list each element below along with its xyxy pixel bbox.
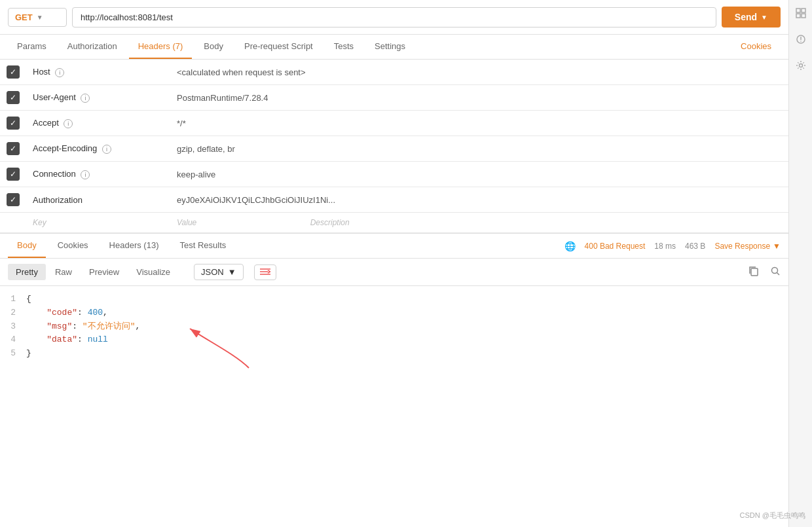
desc-placeholder: Description — [310, 218, 350, 227]
url-bar: GET ▼ Send ▼ — [0, 0, 788, 35]
line-number-3: 3 — [0, 320, 26, 334]
table-row: ✓ Host i <calculated when request is sen… — [0, 60, 788, 85]
time-badge: 18 ms — [654, 242, 676, 251]
tool-icon-circle[interactable] — [793, 31, 809, 47]
format-bar: Pretty Raw Preview Visualize JSON ▼ — [0, 259, 788, 286]
svg-rect-7 — [796, 9, 800, 12]
info-icon-1: i — [81, 94, 90, 103]
code-content-3: "msg": "不允许访问", — [26, 320, 788, 334]
info-icon-0: i — [55, 68, 64, 77]
send-label: Send — [735, 12, 757, 22]
header-checkbox-4[interactable]: ✓ — [7, 168, 20, 181]
search-button[interactable] — [770, 266, 781, 279]
save-response-chevron-icon: ▼ — [773, 242, 781, 251]
view-tabs: Pretty Raw Preview Visualize — [8, 264, 178, 280]
tab-params[interactable]: Params — [8, 35, 56, 59]
header-value-0: <calculated when request is sent> — [170, 60, 788, 85]
info-icon-4: i — [81, 170, 90, 179]
header-checkbox-2[interactable]: ✓ — [7, 117, 20, 130]
header-key-4: Connection i — [26, 162, 170, 187]
header-value-4: keep-alive — [170, 162, 788, 187]
format-select[interactable]: JSON ▼ — [194, 264, 244, 280]
line-number-4: 4 — [0, 333, 26, 347]
header-checkbox-0[interactable]: ✓ — [7, 65, 20, 79]
code-line-1: 1 { — [0, 293, 788, 306]
response-meta: 🌐 400 Bad Request 18 ms 463 B Save Respo… — [564, 241, 781, 251]
tab-body[interactable]: Body — [194, 35, 232, 59]
method-select[interactable]: GET ▼ — [8, 8, 67, 27]
tab-headers[interactable]: Headers (7) — [129, 35, 193, 59]
code-line-4: 4 "data": null — [0, 333, 788, 347]
key-placeholder: Key — [33, 218, 46, 227]
tab-cookies-link[interactable]: Cookies — [731, 35, 781, 59]
line-number-5: 5 — [0, 347, 26, 361]
header-value-5: eyJ0eXAiOiJKV1QiLCJhbGciOiJIUzI1Ni... — [170, 187, 788, 213]
headers-section: ✓ Host i <calculated when request is sen… — [0, 60, 788, 233]
svg-rect-9 — [796, 14, 800, 18]
request-tabs-bar: Params Authorization Headers (7) Body Pr… — [0, 35, 788, 60]
info-icon-2: i — [64, 119, 73, 128]
wrap-lines-button[interactable] — [254, 264, 276, 280]
response-tab-cookies[interactable]: Cookies — [48, 234, 98, 258]
url-input[interactable] — [72, 7, 716, 27]
header-key-3: Accept-Encoding i — [26, 136, 170, 162]
svg-point-13 — [800, 41, 802, 42]
code-line-5: 5 } — [0, 347, 788, 361]
response-tab-headers[interactable]: Headers (13) — [100, 234, 168, 258]
tab-settings[interactable]: Settings — [365, 35, 415, 59]
code-content-5: } — [26, 347, 788, 361]
send-button[interactable]: Send ▼ — [722, 7, 781, 27]
table-row: ✓ User-Agent i PostmanRuntime/7.28.4 — [0, 85, 788, 111]
response-tabs-bar: Body Cookies Headers (13) Test Results 🌐… — [0, 233, 788, 259]
status-badge: 400 Bad Request — [585, 242, 646, 251]
tab-pre-request-script[interactable]: Pre-request Script — [235, 35, 322, 59]
code-area: 1 { 2 "code": 400, 3 "msg": "不允许访问", 4 "… — [0, 286, 788, 527]
view-tab-raw[interactable]: Raw — [47, 264, 80, 280]
format-value: JSON — [201, 267, 224, 277]
code-content-2: "code": 400, — [26, 306, 788, 320]
code-content-4: "data": null — [26, 333, 788, 347]
svg-rect-8 — [802, 9, 805, 12]
svg-rect-10 — [802, 14, 805, 18]
tool-icon-grid[interactable] — [793, 5, 809, 21]
globe-icon: 🌐 — [564, 241, 576, 251]
view-tab-preview[interactable]: Preview — [81, 264, 127, 280]
header-value-3: gzip, deflate, br — [170, 136, 788, 162]
svg-point-14 — [799, 64, 802, 67]
view-tab-pretty[interactable]: Pretty — [8, 264, 46, 280]
tab-tests[interactable]: Tests — [325, 35, 363, 59]
header-checkbox-3[interactable]: ✓ — [7, 142, 20, 155]
format-chevron-icon: ▼ — [228, 267, 236, 277]
watermark: CSDN @毛毛虫鸣鸣 — [740, 511, 805, 520]
send-chevron-icon: ▼ — [761, 14, 767, 21]
table-row: ✓ Connection i keep-alive — [0, 162, 788, 187]
svg-rect-3 — [751, 268, 758, 276]
code-line-2: 2 "code": 400, — [0, 306, 788, 320]
table-row: ✓ Accept-Encoding i gzip, deflate, br — [0, 136, 788, 162]
header-checkbox-5[interactable]: ✓ — [7, 193, 20, 206]
copy-button[interactable] — [748, 265, 760, 280]
header-key-2: Accept i — [26, 111, 170, 136]
view-tab-visualize[interactable]: Visualize — [128, 264, 178, 280]
header-checkbox-1[interactable]: ✓ — [7, 91, 20, 104]
svg-line-5 — [777, 272, 780, 275]
header-value-2: */* — [170, 111, 788, 136]
table-row: ✓ Accept i */* — [0, 111, 788, 136]
code-content-1: { — [26, 293, 788, 306]
table-row: ✓ Authorization eyJ0eXAiOiJKV1QiLCJhbGci… — [0, 187, 788, 213]
method-value: GET — [15, 12, 33, 22]
header-key-0: Host i — [26, 60, 170, 85]
code-line-3: 3 "msg": "不允许访问", — [0, 320, 788, 334]
info-icon-3: i — [102, 145, 111, 154]
save-response-button[interactable]: Save Response ▼ — [714, 242, 781, 251]
response-tab-body[interactable]: Body — [8, 234, 46, 258]
size-badge: 463 B — [685, 242, 705, 251]
svg-point-4 — [772, 267, 778, 273]
header-key-5: Authorization — [26, 187, 170, 213]
header-key-1: User-Agent i — [26, 85, 170, 111]
tool-icon-settings[interactable] — [793, 58, 809, 73]
method-chevron-icon: ▼ — [37, 14, 43, 21]
response-tab-test-results[interactable]: Test Results — [170, 234, 235, 258]
line-number-1: 1 — [0, 293, 26, 306]
tab-authorization[interactable]: Authorization — [58, 35, 126, 59]
